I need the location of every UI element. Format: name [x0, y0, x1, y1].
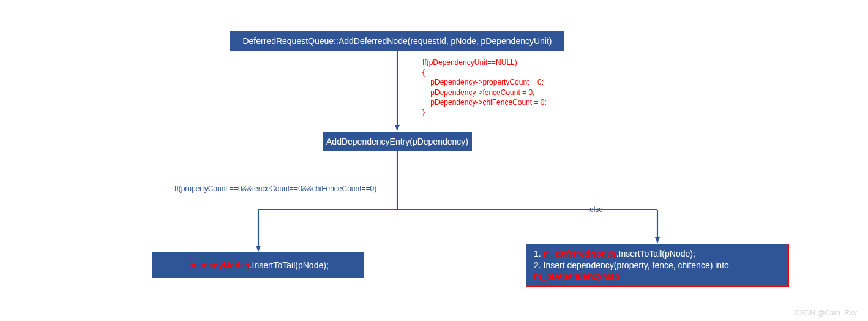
right-line1-post: .InsertToTail(pNode); — [616, 249, 695, 259]
node-add-dependency-entry: AddDependencyEntry(pDependency) — [323, 132, 472, 151]
ready-nodes-emphasis: m_readyNodes — [188, 260, 249, 270]
node-add-dependency-entry-label: AddDependencyEntry(pDependency) — [326, 137, 468, 146]
right-line2: 2. Insert dependency(property, fence, ch… — [534, 260, 729, 271]
annotation-null-check-code: If(pDependencyUnit==NULL) { pDependency-… — [422, 58, 547, 117]
branch-condition-left: If(propertyCount ==0&&fenceCount==0&&chi… — [174, 184, 376, 194]
watermark: CSDN @Cam_Rxy — [795, 309, 857, 317]
ready-nodes-tail: .InsertToTail(pNode); — [250, 260, 329, 270]
node-ready-nodes-insert: m_readyNodes.InsertToTail(pNode); — [152, 252, 364, 278]
deferred-nodes-emphasis: m_deferredNodes — [544, 249, 616, 259]
branch-condition-right: else — [589, 205, 603, 214]
node-deferred-nodes-insert-content: 1. m_deferredNodes.InsertToTail(pNode); … — [534, 248, 729, 283]
right-line1-pre: 1. — [534, 249, 544, 259]
dependency-map-emphasis: m_pDependencyMap — [534, 271, 729, 282]
node-deferred-nodes-insert: 1. m_deferredNodes.InsertToTail(pNode); … — [526, 244, 789, 287]
node-add-deferred-node-label: DeferredRequestQueue::AddDeferredNode(re… — [242, 36, 552, 46]
node-add-deferred-node: DeferredRequestQueue::AddDeferredNode(re… — [230, 31, 564, 51]
node-ready-nodes-insert-content: m_readyNodes.InsertToTail(pNode); — [188, 260, 329, 270]
